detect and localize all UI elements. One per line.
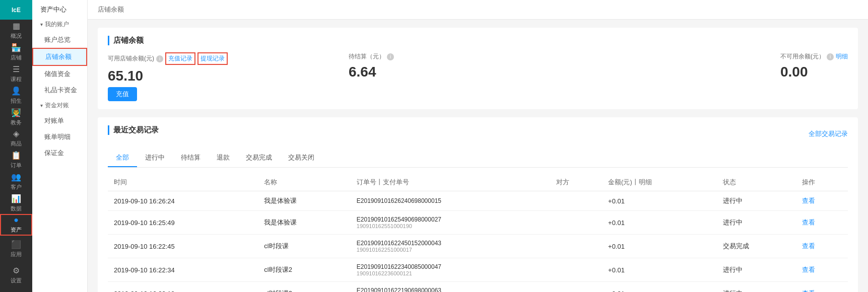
recharge-record-link[interactable]: 充值记录 [165,52,195,65]
cell-amount: +0.01 [602,282,717,293]
cell-action[interactable]: 查看 [796,258,848,282]
balance-card-title: 店铺余额 [108,36,848,45]
nav-link-gift-card[interactable]: 礼品卡资金 [32,82,87,98]
table-row: 2019-09-10 16:22:34 cl时段课2 E201909101622… [108,258,848,282]
data-icon: 📊 [11,194,21,203]
sidebar-item-course[interactable]: ☰ 课程 [0,63,32,85]
cell-action[interactable]: 查看 [796,282,848,293]
sidebar-label-apps: 应用 [11,251,22,258]
sidebar-label-store: 店铺 [11,54,22,61]
order-icon: 📋 [11,151,21,160]
cell-action[interactable]: 查看 [796,191,848,211]
sidebar-label-teacher: 教务 [11,119,22,126]
unavailable-info-icon: i [827,53,834,60]
col-status: 状态 [717,174,796,191]
sidebar-label-asset: 资产 [11,226,22,234]
tab-refund[interactable]: 退款 [209,149,238,167]
action-view-link[interactable]: 查看 [802,266,815,273]
withdraw-record-link[interactable]: 提现记录 [197,52,228,65]
cell-status: 进行中 [717,258,796,282]
sidebar-label-course: 课程 [11,76,22,83]
col-time: 时间 [108,174,258,191]
cell-amount: +0.01 [602,235,717,258]
nav-sidebar: 资产中心 ▾ 我的账户 账户总览 店铺余额 储值资金 礼品卡资金 ▾ 资金对账 … [32,0,88,292]
transactions-header: 最近交易记录 全部交易记录 [108,125,848,142]
course-icon: ☰ [13,64,20,74]
cell-time: 2019-09-10 16:25:49 [108,211,258,235]
nav-link-account-overview[interactable]: 账户总览 [32,32,87,48]
tab-all[interactable]: 全部 [108,149,137,167]
sidebar-bottom: ⬛ 应用 ⚙ 设置 [0,236,32,292]
tab-closed[interactable]: 交易关闭 [280,149,322,167]
sidebar-item-store[interactable]: 🏪 店铺 [0,41,32,63]
sidebar-item-overview[interactable]: ▦ 概况 [0,20,32,41]
cell-amount: +0.01 [602,191,717,211]
sidebar-label-order: 订单 [11,162,22,169]
nav-link-reconciliation[interactable]: 对账单 [32,113,87,129]
teacher-icon: 👨‍🏫 [11,108,21,117]
nav-link-account-detail[interactable]: 账单明细 [32,129,87,145]
transactions-title: 最近交易记录 [108,125,159,135]
chevron-down-icon-2: ▾ [40,103,43,108]
sidebar: IcE ▦ 概况 🏪 店铺 ☰ 课程 👤 招生 👨‍🏫 教务 ◈ 商品 📋 订单… [0,0,32,292]
cell-status: 进行中 [717,282,796,293]
balance-row: 可用店铺余额(元) i 充值记录 提现记录 65.10 充值 待结算（元） i [108,52,848,101]
cell-counterpart [550,191,602,211]
nav-link-deposit[interactable]: 保证金 [32,145,87,161]
cell-counterpart [550,211,602,235]
sidebar-item-teacher[interactable]: 👨‍🏫 教务 [0,106,32,128]
sidebar-item-data[interactable]: 📊 数据 [0,192,32,214]
sidebar-logo: IcE [0,0,32,20]
info-icon: i [156,55,163,62]
tab-inprogress[interactable]: 进行中 [137,149,173,167]
cell-order: E201909101622450152000043 19091016225100… [351,235,550,258]
cell-action[interactable]: 查看 [796,211,848,235]
pending-balance-label: 待结算（元） i [349,52,394,61]
cell-counterpart [550,258,602,282]
content-area: 店铺余额 可用店铺余额(元) i 充值记录 提现记录 65.10 充值 [88,20,868,292]
col-counterpart: 对方 [550,174,602,191]
sidebar-item-apps[interactable]: ⬛ 应用 [0,236,32,262]
goods-icon: ◈ [13,129,19,138]
action-view-link[interactable]: 查看 [802,197,815,204]
tab-complete[interactable]: 交易完成 [238,149,280,167]
view-all-link[interactable]: 全部交易记录 [809,129,848,138]
action-view-link[interactable]: 查看 [802,289,815,292]
sidebar-item-asset[interactable]: ● 资产 [0,214,32,236]
sidebar-label-goods: 商品 [11,140,22,148]
nav-group-fund-account[interactable]: ▾ 资金对账 [32,98,87,113]
cell-name: cl时段课 [258,235,350,258]
sidebar-item-recruit[interactable]: 👤 招生 [0,85,32,106]
unavailable-balance-label: 不可用余额(元） i 明细 [780,52,848,61]
sidebar-item-customer[interactable]: 👥 客户 [0,171,32,192]
sidebar-label-settings: 设置 [11,277,22,284]
sidebar-item-goods[interactable]: ◈ 商品 [0,127,32,149]
action-view-link[interactable]: 查看 [802,242,815,250]
sidebar-item-settings[interactable]: ⚙ 设置 [0,262,32,288]
cell-name: cl时段课2 [258,282,350,293]
recharge-button[interactable]: 充值 [108,87,137,101]
nav-link-stored-value[interactable]: 储值资金 [32,66,87,82]
pending-balance-block: 待结算（元） i 6.64 [349,52,760,80]
cell-order: E201909101625490698000027 19091016255100… [351,211,550,235]
nav-link-store-balance[interactable]: 店铺余额 [32,48,87,66]
cell-action[interactable]: 查看 [796,235,848,258]
tab-pending[interactable]: 待结算 [173,149,209,167]
cell-order: E201909101622190698000063 19091016222100… [351,282,550,293]
action-view-link[interactable]: 查看 [802,218,815,226]
cell-counterpart [550,235,602,258]
col-order: 订单号丨支付单号 [351,174,550,191]
chevron-down-icon: ▾ [40,22,43,27]
cell-time: 2019-09-10 16:26:24 [108,191,258,211]
nav-group-my-account[interactable]: ▾ 我的账户 [32,17,87,32]
overview-icon: ▦ [13,21,20,31]
cell-order: E201909101622340085000047 19091016223600… [351,258,550,282]
cell-time: 2019-09-10 16:22:19 [108,282,258,293]
sidebar-label-recruit: 招生 [11,97,22,105]
sidebar-item-order[interactable]: 📋 订单 [0,149,32,171]
transactions-table: 时间 名称 订单号丨支付单号 对方 金额(元)丨明细 状态 操作 2019-09… [108,174,848,292]
col-name: 名称 [258,174,350,191]
unavailable-detail-link[interactable]: 明细 [836,52,848,61]
pending-balance-value: 6.64 [349,64,376,80]
available-balance-block: 可用店铺余额(元) i 充值记录 提现记录 65.10 充值 [108,52,228,101]
